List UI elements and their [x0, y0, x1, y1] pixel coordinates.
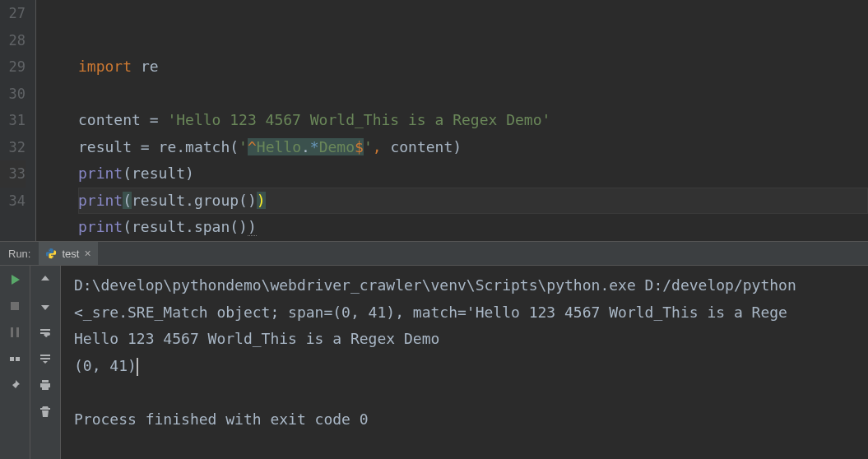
scroll-to-end-icon[interactable] [38, 351, 53, 366]
code-line[interactable]: print(result.span()) [78, 214, 868, 241]
run-tab-name: test [62, 248, 79, 260]
line-number: 30 [0, 81, 26, 108]
svg-rect-0 [11, 302, 19, 310]
python-icon [45, 248, 57, 259]
svg-rect-2 [16, 327, 19, 337]
layout-icon[interactable] [7, 351, 22, 366]
code-line[interactable] [78, 81, 868, 108]
stop-icon[interactable] [7, 299, 22, 313]
code-line[interactable]: print(result.group()) [78, 188, 868, 215]
run-label: Run: [0, 248, 39, 260]
text-cursor [137, 358, 138, 376]
console-line: Process finished with exit code 0 [74, 410, 369, 428]
line-gutter: 27 28 29 30 31 32 33 34 [0, 0, 35, 241]
down-arrow-icon[interactable] [38, 299, 53, 313]
line-number: 28 [0, 27, 26, 54]
code-line[interactable]: print(result) [78, 160, 868, 188]
console-panel: D:\develop\pythondemo\webdriver_crawler\… [0, 266, 868, 459]
line-number: 32 [0, 134, 26, 161]
code-content[interactable]: import recontent = 'Hello 123 4567 World… [70, 0, 868, 241]
svg-rect-3 [10, 357, 14, 361]
line-number: 31 [0, 107, 26, 134]
line-number: 27 [0, 0, 26, 27]
console-toolbar-primary [0, 266, 30, 459]
trash-icon[interactable] [38, 404, 53, 419]
code-margin [35, 0, 70, 241]
line-number: 33 [0, 160, 26, 188]
pin-icon[interactable] [7, 378, 22, 392]
line-number: 29 [0, 53, 26, 81]
code-line[interactable]: result = re.match('^Hello.*Demo$', conte… [78, 134, 868, 161]
svg-rect-1 [11, 327, 13, 337]
rerun-icon[interactable] [7, 272, 22, 287]
console-toolbar-secondary [30, 266, 61, 459]
line-number: 34 [0, 188, 26, 215]
console-output[interactable]: D:\develop\pythondemo\webdriver_crawler\… [61, 266, 868, 459]
code-line[interactable]: content = 'Hello 123 4567 World_This is … [78, 107, 868, 134]
soft-wrap-icon[interactable] [38, 325, 53, 340]
console-line: (0, 41) [74, 357, 137, 374]
code-editor[interactable]: 27 28 29 30 31 32 33 34 import recontent… [0, 0, 868, 241]
up-arrow-icon[interactable] [38, 272, 53, 287]
pause-icon[interactable] [7, 325, 22, 340]
svg-rect-4 [16, 357, 20, 361]
print-icon[interactable] [38, 378, 53, 392]
console-line: Hello 123 4567 World_This is a Regex Dem… [74, 330, 439, 347]
code-line[interactable]: import re [78, 53, 868, 81]
console-line: <_sre.SRE_Match object; span=(0, 41), ma… [74, 304, 787, 321]
code-line[interactable] [78, 27, 868, 54]
